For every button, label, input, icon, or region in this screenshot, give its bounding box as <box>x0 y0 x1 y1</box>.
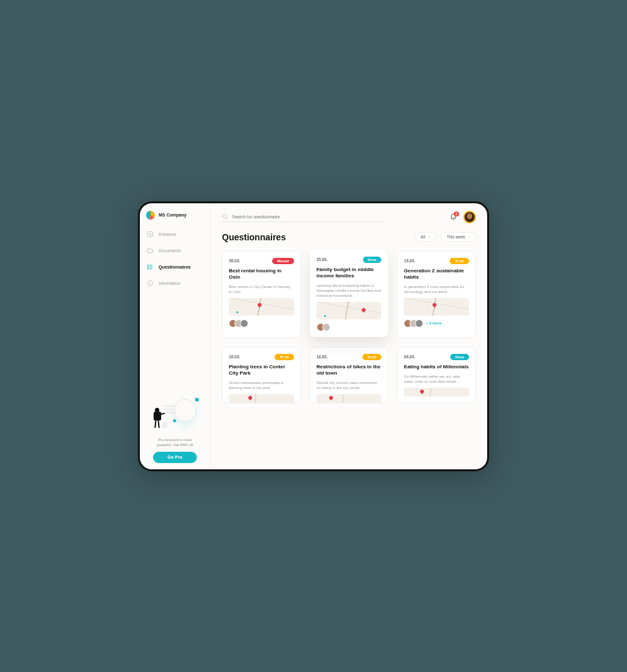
map-thumbnail <box>404 298 469 316</box>
card-header: 10.03. To do <box>317 354 382 360</box>
card-header: 09.03. Done <box>404 354 469 360</box>
sidebar-item-entrance[interactable]: Entrance <box>146 231 204 238</box>
card-title: Best rental housing in Oslo <box>229 268 294 280</box>
card-description: Do Millennials rather eat out, take away… <box>404 374 469 384</box>
map-pin-icon <box>236 311 238 313</box>
participants: + 3 more <box>404 319 469 328</box>
map-thumbnail <box>229 394 294 403</box>
brand: MS Company <box>146 211 204 220</box>
folder-icon <box>146 247 154 255</box>
brand-name: MS Company <box>159 213 186 217</box>
map-thumbnail <box>229 298 294 316</box>
topbar: 2 <box>211 203 487 230</box>
sidebar-nav: Entrance Documents Questionnaires Inform… <box>146 231 204 287</box>
card-header: 18.03. To do <box>229 354 294 360</box>
search-input[interactable] <box>232 215 385 219</box>
user-avatar[interactable] <box>463 211 476 223</box>
participant-avatar <box>240 319 248 328</box>
list-icon <box>146 264 154 271</box>
questionnaire-card[interactable]: 09.03. Done Eating habits of Millennials… <box>397 347 476 403</box>
page-header: Questionnaires All › This week › <box>211 230 487 248</box>
questionnaire-card[interactable]: 25.03. Done Family budget in middle inco… <box>310 250 389 337</box>
card-date: 25.03. <box>317 257 328 262</box>
sidebar-item-information[interactable]: Information <box>146 280 204 287</box>
status-badge-missed: Missed <box>272 258 294 264</box>
search-field[interactable] <box>222 211 385 222</box>
map-pin-icon <box>248 395 253 400</box>
card-description: Learning about budgeting habits in Norwe… <box>317 283 382 298</box>
participants <box>317 323 382 331</box>
card-date: 10.03. <box>317 355 328 359</box>
card-title: Generation Z sustainable habits <box>404 268 469 280</box>
card-date: 19.03. <box>404 259 415 263</box>
map-pin-icon <box>256 302 261 307</box>
sidebar: MS Company Entrance Documents Questionna… <box>140 203 211 469</box>
main-content: 2 Questionnaires All › This week › <box>211 203 487 469</box>
card-header: 28.03. Missed <box>229 258 294 264</box>
card-title: Planting trees in Center City Park <box>229 364 294 376</box>
go-pro-button[interactable]: Go Pro <box>153 452 197 463</box>
card-header: 19.03. To do <box>404 258 469 264</box>
participant-avatar <box>415 319 423 328</box>
svg-point-3 <box>147 269 148 269</box>
card-date: 28.03. <box>229 259 240 263</box>
status-badge-done: Done <box>450 354 469 360</box>
search-icon <box>222 213 228 220</box>
notifications-button[interactable]: 2 <box>450 213 457 221</box>
status-badge-done: Done <box>363 257 382 263</box>
info-icon <box>146 280 154 287</box>
participant-avatar <box>322 323 330 331</box>
participants-more[interactable]: + 3 more <box>426 321 441 325</box>
participants <box>229 319 294 328</box>
card-header: 25.03. Done <box>317 257 382 263</box>
filter-range-button[interactable]: This week › <box>441 232 476 242</box>
promo-text: Pro Account is more powerful. Get 30% of… <box>150 438 199 448</box>
map-pin-icon <box>432 302 437 307</box>
notification-count-badge: 2 <box>454 211 459 216</box>
filter-scope-label: All <box>421 235 425 239</box>
questionnaire-card[interactable]: 10.03. To do Restrictions of bikes in th… <box>310 347 389 403</box>
map-pin-icon <box>329 395 334 400</box>
status-badge-todo: To do <box>362 354 382 360</box>
map-pin-icon <box>419 389 424 394</box>
card-description: Best rentals in City Center in Norway in… <box>229 284 294 294</box>
svg-point-1 <box>147 265 148 265</box>
sidebar-item-label: Documents <box>159 248 181 253</box>
card-title: Restrictions of bikes in the old town <box>317 364 382 376</box>
card-date: 09.03. <box>404 355 415 359</box>
card-title: Family budget in middle income families <box>317 267 382 279</box>
chevron-right-icon: › <box>469 235 470 239</box>
questionnaire-card[interactable]: 18.03. To do Planting trees in Center Ci… <box>222 347 301 403</box>
page-title: Questionnaires <box>222 232 286 242</box>
app-window: MS Company Entrance Documents Questionna… <box>138 201 489 471</box>
promo-panel: Pro Account is more powerful. Get 30% of… <box>146 397 204 463</box>
map-thumbnail <box>317 394 382 403</box>
plus-box-icon <box>146 231 154 238</box>
filter-range-label: This week <box>446 235 465 239</box>
map-thumbnail <box>317 302 382 319</box>
filter-group: All › This week › <box>415 232 476 242</box>
card-title: Eating habits of Millennials <box>404 364 469 370</box>
sidebar-item-documents[interactable]: Documents <box>146 247 204 255</box>
svg-point-2 <box>147 267 148 267</box>
sidebar-item-label: Information <box>159 281 181 285</box>
map-pin-icon <box>324 315 326 317</box>
promo-illustration <box>150 397 200 434</box>
card-description: Would interviewees participate in planti… <box>229 380 294 390</box>
sidebar-item-questionnaires[interactable]: Questionnaires <box>146 264 204 271</box>
brand-logo-icon <box>146 211 155 220</box>
questionnaire-card[interactable]: 28.03. Missed Best rental housing in Osl… <box>222 251 301 338</box>
questionnaire-card[interactable]: 19.03. To do Generation Z sustainable ha… <box>397 251 476 338</box>
card-description: Should city council make restrictions on… <box>317 380 382 390</box>
sidebar-item-label: Entrance <box>159 232 176 237</box>
status-badge-todo: To do <box>450 258 469 264</box>
status-badge-todo: To do <box>275 354 294 360</box>
map-pin-icon <box>361 307 366 312</box>
card-date: 18.03. <box>229 355 240 359</box>
sidebar-item-label: Questionnaires <box>159 265 191 269</box>
card-description: Is generation Z more responsible for the… <box>404 284 469 294</box>
svg-point-5 <box>223 215 227 218</box>
map-thumbnail <box>404 388 469 397</box>
chevron-right-icon: › <box>429 235 430 239</box>
filter-scope-button[interactable]: All › <box>415 232 436 242</box>
